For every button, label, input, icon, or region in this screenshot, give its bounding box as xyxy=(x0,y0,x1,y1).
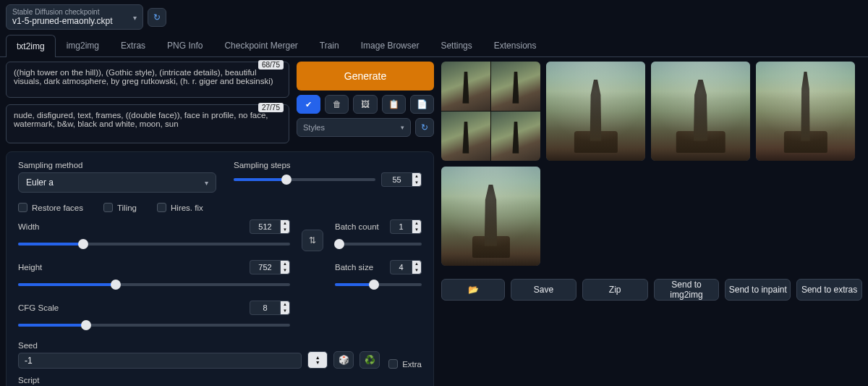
tab-settings[interactable]: Settings xyxy=(430,34,482,56)
seed-stepper[interactable]: ▲▼ xyxy=(307,351,328,369)
batch-count-slider[interactable] xyxy=(335,237,422,251)
interrogate-toggle[interactable]: ✔ xyxy=(297,95,320,114)
read-gen-button[interactable]: 📄 xyxy=(410,95,434,114)
height-label: Height xyxy=(18,263,42,272)
height-input[interactable]: ▲▼ xyxy=(250,260,290,274)
gallery-image[interactable] xyxy=(546,62,645,161)
settings-panel: Sampling method Euler a ▾ Sampling steps… xyxy=(6,151,434,386)
tiling-checkbox[interactable]: Tiling xyxy=(103,203,137,212)
neg-token-count: 27/75 xyxy=(258,103,284,112)
styles-label: Styles xyxy=(303,123,325,132)
sampling-steps-input[interactable]: ▲▼ xyxy=(381,172,422,187)
read-icon: 📄 xyxy=(417,99,427,109)
batch-count-input[interactable]: ▲▼ xyxy=(390,219,422,234)
chevron-down-icon: ▾ xyxy=(133,13,137,21)
send-img2img-button[interactable]: Send to img2img xyxy=(654,279,720,301)
styles-select[interactable]: Styles ▾ xyxy=(297,118,411,137)
gallery-image[interactable] xyxy=(441,167,540,266)
prompt-input[interactable] xyxy=(6,62,289,98)
gallery-grid-thumbnail[interactable] xyxy=(441,62,540,161)
sampling-method-label: Sampling method xyxy=(18,161,216,169)
chevron-down-icon: ▾ xyxy=(205,179,208,187)
tab-extensions[interactable]: Extensions xyxy=(483,34,548,56)
seed-label: Seed xyxy=(18,341,302,350)
folder-icon: 📂 xyxy=(468,285,479,295)
reuse-seed-button[interactable]: ♻️ xyxy=(359,351,380,369)
send-extras-button[interactable]: Send to extras xyxy=(796,279,862,301)
width-input[interactable]: ▲▼ xyxy=(250,219,290,234)
tab-image-browser[interactable]: Image Browser xyxy=(350,34,430,56)
cfg-label: CFG Scale xyxy=(18,303,59,312)
random-seed-button[interactable]: 🎲 xyxy=(333,351,354,369)
apply-style-button[interactable]: ↻ xyxy=(415,118,434,137)
checkpoint-label: Stable Diffusion checkpoint xyxy=(12,8,125,16)
width-slider[interactable] xyxy=(18,237,290,251)
gallery-image[interactable] xyxy=(756,62,855,161)
clear-prompt-button[interactable]: 🗑 xyxy=(325,95,349,114)
negative-prompt-input[interactable] xyxy=(6,104,289,143)
chevron-down-icon: ▾ xyxy=(401,124,404,131)
height-slider[interactable] xyxy=(18,277,290,292)
batch-size-label: Batch size xyxy=(335,263,373,272)
width-label: Width xyxy=(18,222,39,231)
paste-icon: 📋 xyxy=(388,99,399,109)
image-icon: 🖼 xyxy=(361,99,370,109)
sampling-steps-slider[interactable] xyxy=(234,172,375,187)
tab-img2img[interactable]: img2img xyxy=(56,34,110,56)
checkpoint-value: v1-5-pruned-emaonly.ckpt xyxy=(12,16,125,26)
tab-extras[interactable]: Extras xyxy=(110,34,156,56)
refresh-checkpoint-button[interactable]: ↻ xyxy=(148,8,166,27)
tab-pnginfo[interactable]: PNG Info xyxy=(156,34,213,56)
main-tabs: txt2img img2img Extras PNG Info Checkpoi… xyxy=(0,34,868,57)
gallery-image[interactable] xyxy=(651,62,750,161)
generate-button[interactable]: Generate xyxy=(297,62,434,91)
paste-button[interactable]: 📋 xyxy=(382,95,406,114)
checkpoint-select[interactable]: Stable Diffusion checkpoint v1-5-pruned-… xyxy=(6,4,143,30)
batch-count-label: Batch count xyxy=(335,222,379,231)
trash-icon: 🗑 xyxy=(333,99,341,109)
hires-fix-checkbox[interactable]: Hires. fix xyxy=(157,203,203,212)
batch-size-input[interactable]: ▲▼ xyxy=(390,260,422,274)
seed-input[interactable] xyxy=(18,353,302,369)
show-extra-button[interactable]: 🖼 xyxy=(353,95,377,114)
sampling-method-select[interactable]: Euler a ▾ xyxy=(18,172,216,193)
cfg-slider[interactable] xyxy=(18,318,290,332)
cfg-input[interactable]: ▲▼ xyxy=(250,301,290,315)
extra-seed-checkbox[interactable]: Extra xyxy=(388,359,422,369)
sampling-steps-label: Sampling steps xyxy=(234,161,422,169)
batch-size-slider[interactable] xyxy=(335,277,422,292)
tab-train[interactable]: Train xyxy=(309,34,350,56)
open-folder-button[interactable]: 📂 xyxy=(441,279,505,301)
send-inpaint-button[interactable]: Send to inpaint xyxy=(725,279,791,301)
swap-dims-button[interactable]: ⇅ xyxy=(302,230,323,251)
script-label: Script xyxy=(18,376,422,385)
save-button[interactable]: Save xyxy=(511,279,576,301)
tab-checkpoint-merger[interactable]: Checkpoint Merger xyxy=(213,34,308,56)
zip-button[interactable]: Zip xyxy=(582,279,648,301)
tab-txt2img[interactable]: txt2img xyxy=(6,35,56,57)
pos-token-count: 68/75 xyxy=(258,60,284,70)
output-gallery xyxy=(441,62,862,266)
restore-faces-checkbox[interactable]: Restore faces xyxy=(18,203,83,212)
